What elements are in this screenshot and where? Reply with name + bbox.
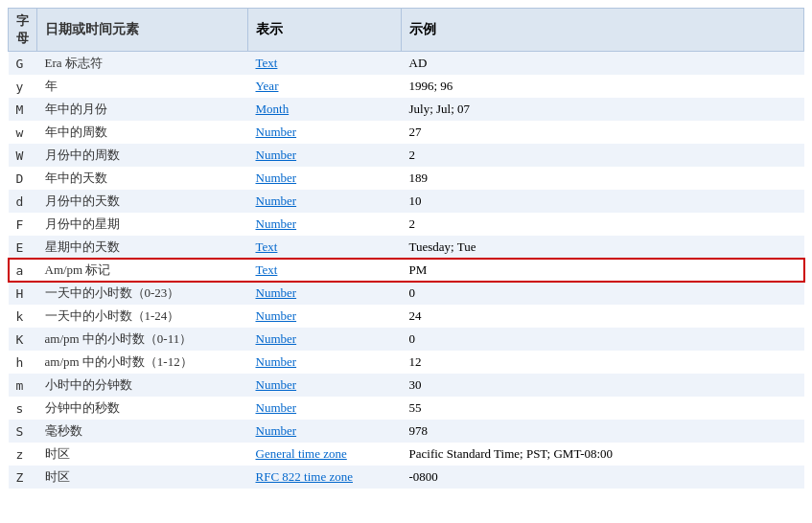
repr-link[interactable]: Number <box>256 171 297 185</box>
cell-letter: k <box>9 305 37 328</box>
repr-link[interactable]: Number <box>256 148 297 162</box>
cell-description: 时区 <box>37 466 248 489</box>
cell-representation[interactable]: General time zone <box>248 443 402 466</box>
cell-description: 星期中的天数 <box>37 236 248 259</box>
cell-letter: m <box>9 374 37 397</box>
cell-representation[interactable]: Number <box>248 121 402 144</box>
cell-representation[interactable]: Number <box>248 328 402 351</box>
table-row: y年Year1996; 96 <box>9 75 804 98</box>
cell-description: 时区 <box>37 443 248 466</box>
cell-example: Tuesday; Tue <box>402 236 804 259</box>
table-row: D年中的天数Number189 <box>9 167 804 190</box>
cell-example: PM <box>402 259 804 282</box>
cell-example: 27 <box>402 121 804 144</box>
table-row: H一天中的小时数（0-23）Number0 <box>9 282 804 305</box>
cell-example: 1996; 96 <box>402 75 804 98</box>
table-row: s分钟中的秒数Number55 <box>9 397 804 420</box>
cell-letter: w <box>9 121 37 144</box>
cell-representation[interactable]: Number <box>248 351 402 374</box>
cell-description: 一天中的小时数（0-23） <box>37 282 248 305</box>
table-row: Kam/pm 中的小时数（0-11）Number0 <box>9 328 804 351</box>
repr-link[interactable]: Number <box>256 193 297 208</box>
repr-link[interactable]: Number <box>256 216 297 231</box>
header-repr: 表示 <box>248 9 402 52</box>
cell-representation[interactable]: Number <box>248 167 402 190</box>
repr-link[interactable]: Text <box>256 56 278 70</box>
cell-description: am/pm 中的小时数（0-11） <box>37 328 248 351</box>
repr-link[interactable]: Text <box>256 262 278 277</box>
cell-letter: Z <box>9 466 37 489</box>
cell-representation[interactable]: Number <box>248 282 402 305</box>
cell-description: 分钟中的秒数 <box>37 397 248 420</box>
cell-letter: E <box>9 236 37 259</box>
cell-description: 月份中的天数 <box>37 190 248 213</box>
cell-description: 年中的月份 <box>37 98 248 121</box>
cell-letter: D <box>9 167 37 190</box>
table-header-row: 字母 日期或时间元素 表示 示例 <box>9 9 804 52</box>
cell-letter: H <box>9 282 37 305</box>
cell-description: 一天中的小时数（1-24） <box>37 305 248 328</box>
cell-representation[interactable]: Number <box>248 397 402 420</box>
repr-link[interactable]: Number <box>256 377 297 392</box>
cell-example: AD <box>402 52 804 76</box>
cell-representation[interactable]: RFC 822 time zone <box>248 466 402 489</box>
cell-representation[interactable]: Text <box>248 236 402 259</box>
cell-example: July; Jul; 07 <box>402 98 804 121</box>
repr-link[interactable]: Number <box>256 331 297 346</box>
cell-representation[interactable]: Number <box>248 305 402 328</box>
cell-description: 年中的天数 <box>37 167 248 190</box>
cell-description: Am/pm 标记 <box>37 259 248 282</box>
table-row: w年中的周数Number27 <box>9 121 804 144</box>
repr-link[interactable]: Number <box>256 285 297 300</box>
cell-example: 24 <box>402 305 804 328</box>
repr-link[interactable]: General time zone <box>256 446 347 461</box>
cell-example: 978 <box>402 420 804 443</box>
repr-link[interactable]: RFC 822 time zone <box>256 469 353 484</box>
cell-representation[interactable]: Number <box>248 144 402 167</box>
cell-representation[interactable]: Year <box>248 75 402 98</box>
cell-letter: s <box>9 397 37 420</box>
cell-representation[interactable]: Number <box>248 190 402 213</box>
repr-link[interactable]: Year <box>256 79 279 93</box>
cell-example: 2 <box>402 213 804 236</box>
cell-description: 年中的周数 <box>37 121 248 144</box>
repr-link[interactable]: Number <box>256 308 297 323</box>
table-row: GEra 标志符TextAD <box>9 52 804 76</box>
cell-representation[interactable]: Number <box>248 420 402 443</box>
cell-letter: G <box>9 52 37 76</box>
cell-letter: z <box>9 443 37 466</box>
repr-link[interactable]: Text <box>256 239 278 254</box>
cell-letter: W <box>9 144 37 167</box>
cell-example: 2 <box>402 144 804 167</box>
cell-representation[interactable]: Number <box>248 213 402 236</box>
cell-description: am/pm 中的小时数（1-12） <box>37 351 248 374</box>
cell-example: 0 <box>402 282 804 305</box>
cell-representation[interactable]: Month <box>248 98 402 121</box>
repr-link[interactable]: Month <box>256 102 290 116</box>
cell-representation[interactable]: Text <box>248 259 402 282</box>
cell-description: 毫秒数 <box>37 420 248 443</box>
cell-letter: S <box>9 420 37 443</box>
table-row: d月份中的天数Number10 <box>9 190 804 213</box>
main-container: 字母 日期或时间元素 表示 示例 GEra 标志符TextADy年Year199… <box>0 0 812 523</box>
repr-link[interactable]: Number <box>256 125 297 139</box>
repr-link[interactable]: Number <box>256 423 297 438</box>
cell-letter: M <box>9 98 37 121</box>
header-desc: 日期或时间元素 <box>37 9 248 52</box>
repr-link[interactable]: Number <box>256 354 297 369</box>
cell-example: 30 <box>402 374 804 397</box>
cell-description: 月份中的星期 <box>37 213 248 236</box>
cell-representation[interactable]: Text <box>248 52 402 76</box>
table-row: z时区General time zonePacific Standard Tim… <box>9 443 804 466</box>
table-row: E星期中的天数TextTuesday; Tue <box>9 236 804 259</box>
cell-example: 55 <box>402 397 804 420</box>
cell-example: 0 <box>402 328 804 351</box>
table-row: aAm/pm 标记TextPM <box>9 259 804 282</box>
cell-letter: y <box>9 75 37 98</box>
repr-link[interactable]: Number <box>256 400 297 415</box>
cell-representation[interactable]: Number <box>248 374 402 397</box>
cell-letter: h <box>9 351 37 374</box>
datetime-table: 字母 日期或时间元素 表示 示例 GEra 标志符TextADy年Year199… <box>8 8 804 489</box>
cell-example: 12 <box>402 351 804 374</box>
table-row: m小时中的分钟数Number30 <box>9 374 804 397</box>
